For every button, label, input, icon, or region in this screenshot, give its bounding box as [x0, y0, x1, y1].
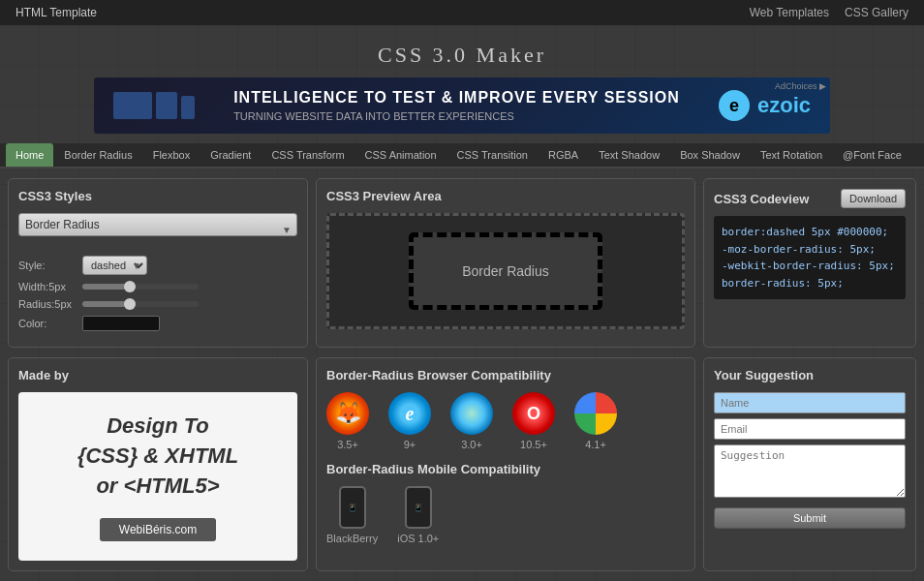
style-type-wrapper[interactable]: dashed solid dotted — [82, 256, 147, 275]
css-gallery-link[interactable]: CSS Gallery — [845, 6, 909, 19]
style-label: Style: — [18, 260, 77, 271]
design-line-3: or <HTML5> — [96, 474, 219, 498]
ad-device-phone — [181, 96, 195, 119]
code-content: border:dashed 5px #000000; -moz-border-r… — [714, 216, 906, 299]
main-content: CSS3 Styles Border Radius Box Shadow Tex… — [0, 168, 924, 357]
opera-icon: O — [512, 392, 555, 435]
ad-headline: INTELLIGENCE TO TEST & IMPROVE EVERY SES… — [233, 89, 680, 107]
ie-version: 9+ — [404, 439, 416, 450]
border-style-select[interactable]: dashed solid dotted — [82, 256, 147, 275]
color-swatch[interactable] — [82, 316, 160, 331]
tab-gradient[interactable]: Gradient — [200, 143, 261, 167]
submit-button[interactable]: Submit — [714, 507, 906, 529]
style-select-wrapper[interactable]: Border Radius Box Shadow Text Shadow — [18, 213, 297, 246]
code-line-2: -moz-border-radius: 5px; — [722, 241, 898, 259]
safari-version: 3.0+ — [461, 439, 482, 450]
mobile-section: Border-Radius Mobile Compatibility 📱 Bla… — [326, 462, 685, 544]
design-title: Design To {CSS} & XHTML or <HTML5> — [38, 412, 278, 501]
style-control-radius: Radius:5px — [18, 298, 297, 310]
mobile-ios: 📱 iOS 1.0+ — [397, 486, 439, 544]
ad-subtext: TURNING WEBSITE DATA INTO BETTER EXPERIE… — [233, 110, 680, 122]
email-input[interactable] — [714, 418, 906, 440]
site-title: CSS 3.0 Maker — [0, 25, 924, 77]
ad-brand: ezoic — [757, 93, 811, 118]
tab-border-radius[interactable]: Border Radius — [54, 143, 141, 167]
codeview-title: CSS3 Codeview — [714, 192, 809, 206]
styles-panel: CSS3 Styles Border Radius Box Shadow Tex… — [8, 178, 308, 348]
browser-firefox: 🦊 3.5+ — [326, 392, 369, 450]
browser-opera: O 10.5+ — [512, 392, 555, 450]
tab-bar: Home Border Radius Flexbox Gradient CSS … — [0, 143, 924, 168]
tab-text-rotation[interactable]: Text Rotation — [751, 143, 832, 167]
ios-label: iOS 1.0+ — [397, 533, 439, 544]
width-slider[interactable] — [82, 284, 199, 290]
width-label: Width:5px — [18, 281, 77, 292]
firefox-icon: 🦊 — [326, 392, 369, 435]
styles-panel-title: CSS3 Styles — [18, 189, 297, 203]
firefox-version: 3.5+ — [337, 439, 358, 450]
style-control-color: Color: — [18, 316, 297, 331]
tab-flexbox[interactable]: Flexbox — [143, 143, 200, 167]
ad-text: INTELLIGENCE TO TEST & IMPROVE EVERY SES… — [233, 89, 680, 122]
safari-icon — [450, 392, 493, 435]
codeview-panel: CSS3 Codeview Download border:dashed 5px… — [703, 178, 916, 348]
ad-logo: e ezoic — [719, 90, 811, 121]
suggestion-form: Submit — [714, 392, 906, 529]
preview-panel-title: CSS3 Preview Area — [326, 189, 685, 203]
ad-device-tablet — [156, 92, 177, 119]
browser-chrome: 4.1+ — [574, 392, 617, 450]
suggestion-textarea[interactable] — [714, 444, 906, 498]
top-nav: HTML Template Web Templates CSS Gallery — [0, 0, 924, 25]
suggestion-panel: Your Suggestion Submit — [703, 357, 916, 571]
ad-devices — [113, 92, 195, 119]
compat-title: Border-Radius Browser Compatibility — [326, 368, 685, 382]
tab-text-shadow[interactable]: Text Shadow — [589, 143, 669, 167]
tab-box-shadow[interactable]: Box Shadow — [670, 143, 750, 167]
code-line-3: -webkit-border-radius: 5px; — [722, 258, 898, 275]
codeview-header: CSS3 Codeview Download — [714, 189, 906, 208]
top-nav-left: HTML Template — [15, 6, 97, 19]
bottom-row: Made by Design To {CSS} & XHTML or <HTML… — [0, 357, 924, 581]
design-line-1: Design To — [107, 413, 209, 438]
opera-version: 10.5+ — [520, 439, 547, 450]
tab-css-animation[interactable]: CSS Animation — [355, 143, 447, 167]
ad-logo-icon: e — [719, 90, 750, 121]
code-line-1: border:dashed 5px #000000; — [722, 224, 898, 241]
preview-panel: CSS3 Preview Area Border Radius — [316, 178, 695, 348]
chrome-version: 4.1+ — [585, 439, 606, 450]
top-nav-right: Web Templates CSS Gallery — [750, 6, 909, 19]
name-input[interactable] — [714, 392, 906, 413]
radius-label: Radius:5px — [18, 298, 77, 310]
blackberry-shape: 📱 — [339, 486, 366, 529]
preview-box: Border Radius — [409, 232, 602, 310]
site-link[interactable]: WebiBéris.com — [100, 518, 216, 541]
preview-area: Border Radius — [326, 213, 685, 329]
radius-slider[interactable] — [82, 301, 199, 307]
style-type-select[interactable]: Border Radius Box Shadow Text Shadow — [18, 213, 297, 236]
tab-css-transition[interactable]: CSS Transition — [447, 143, 538, 167]
tab-home[interactable]: Home — [6, 143, 53, 167]
tab-rgba[interactable]: RGBA — [539, 143, 588, 167]
design-line-2: {CSS} & XHTML — [77, 443, 238, 468]
suggestion-title: Your Suggestion — [714, 368, 906, 382]
style-control-style: Style: dashed solid dotted — [18, 256, 297, 275]
tab-css-transform[interactable]: CSS Transform — [262, 143, 354, 167]
mobile-blackberry: 📱 BlackBerry — [326, 486, 378, 544]
ie-icon: e — [388, 392, 431, 435]
made-by-title: Made by — [18, 368, 297, 382]
made-by-content: Design To {CSS} & XHTML or <HTML5> WebiB… — [18, 392, 297, 561]
web-templates-link[interactable]: Web Templates — [750, 6, 829, 19]
mobile-icons: 📱 BlackBerry 📱 iOS 1.0+ — [326, 486, 685, 544]
mobile-compat-title: Border-Radius Mobile Compatibility — [326, 462, 685, 476]
ad-choices: AdChoices ▶ — [775, 81, 826, 91]
color-label: Color: — [18, 318, 77, 329]
browser-ie: e 9+ — [388, 392, 431, 450]
blackberry-label: BlackBerry — [326, 533, 378, 544]
download-button[interactable]: Download — [841, 189, 906, 208]
ios-shape: 📱 — [405, 486, 432, 529]
chrome-icon — [574, 392, 617, 435]
browser-safari: 3.0+ — [450, 392, 493, 450]
compat-panel: Border-Radius Browser Compatibility 🦊 3.… — [316, 357, 695, 571]
tab-font-face[interactable]: @Font Face — [833, 143, 911, 167]
style-control-width: Width:5px — [18, 281, 297, 292]
